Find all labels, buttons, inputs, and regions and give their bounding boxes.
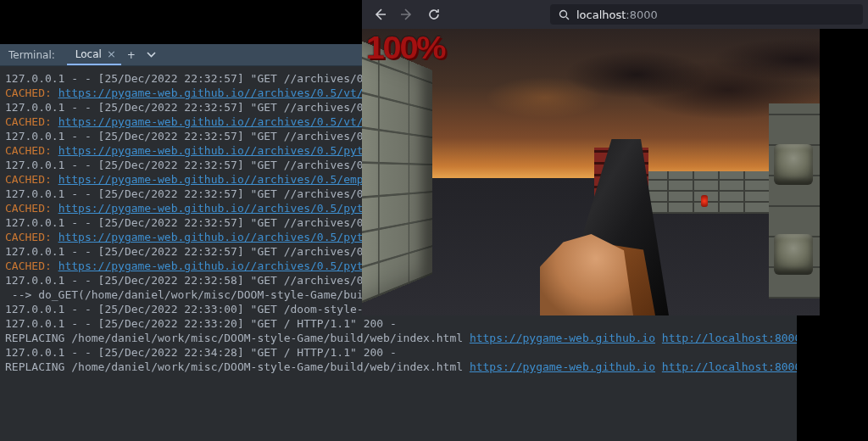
svg-point-0 — [560, 10, 567, 17]
plus-icon: + — [127, 49, 136, 61]
terminal-tabs-menu[interactable] — [142, 45, 162, 65]
browser-toolbar: localhost:8000 — [362, 0, 868, 29]
terminal-line: 127.0.0.1 - - [25/Dec/2022 22:33:20] "GE… — [5, 316, 792, 331]
terminal-tab-label: Local — [75, 48, 102, 60]
terminal-link[interactable]: https://pygame-web.github.io//archives/0… — [58, 115, 397, 128]
close-icon[interactable]: × — [107, 47, 116, 60]
terminal-link[interactable]: https://pygame-web.github.io//archives/0… — [58, 202, 403, 215]
gargoyle-face-decor — [774, 234, 813, 275]
address-bar[interactable]: localhost:8000 — [550, 4, 863, 25]
terminal-link[interactable]: http://localhost:8000/ — [662, 360, 797, 373]
new-tab-button[interactable]: + — [121, 45, 142, 65]
terminal-title: Terminal: — [0, 49, 67, 61]
arrow-right-icon — [400, 8, 414, 21]
terminal-line: 127.0.0.1 - - [25/Dec/2022 22:34:28] "GE… — [5, 345, 792, 360]
pickup-item — [701, 195, 708, 207]
address-host: localhost — [576, 8, 626, 21]
terminal-link[interactable]: https://pygame-web.github.io//archives/0… — [58, 173, 403, 186]
forward-button[interactable] — [394, 3, 420, 26]
terminal-link[interactable]: https://pygame-web.github.io//archives/0… — [58, 87, 397, 99]
address-port: :8000 — [626, 8, 657, 21]
search-icon — [559, 9, 570, 20]
chevron-down-icon — [147, 52, 156, 58]
address-text: localhost:8000 — [576, 8, 658, 21]
gargoyle-face-decor — [774, 144, 813, 185]
arrow-left-icon — [373, 8, 387, 21]
back-button[interactable] — [367, 3, 392, 26]
game-viewport[interactable] — [362, 29, 820, 315]
terminal-link[interactable]: https://pygame-web.github.io//archives/0… — [58, 260, 397, 272]
terminal-tab-local[interactable]: Local × — [67, 44, 121, 65]
terminal-link[interactable]: https://pygame-web.github.io — [470, 360, 655, 373]
terminal-link[interactable]: http://localhost:8000/ — [662, 332, 797, 344]
terminal-line: REPLACING /home/daniel/work/misc/DOOM-st… — [5, 331, 792, 345]
terminal-line: REPLACING /home/daniel/work/misc/DOOM-st… — [5, 360, 792, 374]
terminal-link[interactable]: https://pygame-web.github.io — [470, 332, 655, 344]
terminal-link[interactable]: https://pygame-web.github.io//archives/0… — [58, 144, 403, 157]
refresh-icon — [427, 8, 441, 21]
refresh-button[interactable] — [421, 3, 447, 26]
terminal-link[interactable]: https://pygame-web.github.io//archives/0… — [58, 231, 403, 243]
wall-left — [362, 32, 432, 311]
hud-health-percent: 100% — [366, 31, 444, 66]
